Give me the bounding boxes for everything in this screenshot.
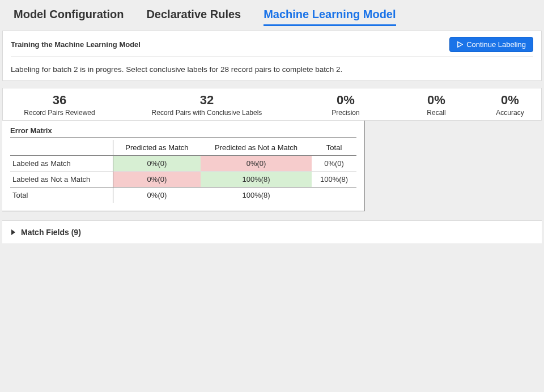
stat-0: 36Record Pairs Reviewed [3,93,116,117]
training-panel-title: Training the Machine Learning Model [11,40,141,49]
tab-declarative-rules[interactable]: Declarative Rules [146,8,241,26]
match-fields-label: Match Fields (9) [21,228,81,237]
matrix-col-header: Total [312,140,356,156]
continue-labeling-button[interactable]: Continue Labeling [449,37,533,52]
matrix-row-label: Total [10,188,113,203]
matrix-cell [312,188,356,203]
stat-1: 32Record Pairs with Conclusive Labels [116,93,298,117]
matrix-cell: 100%(8) [201,188,312,203]
error-matrix-title: Error Matrix [10,126,356,138]
matrix-col-header [10,140,113,156]
tabs: Model Configuration Declarative Rules Ma… [0,0,544,26]
training-panel: Training the Machine Learning Model Cont… [2,31,542,81]
matrix-row-label: Labeled as Match [10,156,113,172]
matrix-cell: 100%(8) [312,172,356,188]
stat-label: Record Pairs Reviewed [3,109,116,117]
stat-label: Record Pairs with Conclusive Labels [116,109,298,117]
matrix-row: Labeled as Match0%(0)0%(0)0%(0) [10,156,356,172]
continue-labeling-label: Continue Labeling [466,40,526,49]
matrix-row: Labeled as Not a Match0%(0)100%(8)100%(8… [10,172,356,188]
matrix-cell: 0%(0) [113,188,201,203]
tab-model-config[interactable]: Model Configuration [14,8,124,26]
stat-2: 0%Precision [298,93,394,117]
stat-label: Recall [394,109,479,117]
stat-value: 0% [298,93,394,108]
stat-3: 0%Recall [394,93,479,117]
caret-right-icon [11,229,15,235]
matrix-row: Total0%(0)100%(8) [10,188,356,203]
matrix-cell: 0%(0) [113,156,201,172]
play-icon [457,41,463,48]
error-matrix-panel: Error Matrix Predicted as MatchPredicted… [2,121,365,211]
matrix-cell: 100%(8) [201,172,312,188]
stat-label: Precision [298,109,394,117]
matrix-row-label: Labeled as Not a Match [10,172,113,188]
stat-value: 32 [116,93,298,108]
matrix-cell: 0%(0) [113,172,201,188]
stat-4: 0%Accuracy [479,93,541,117]
error-matrix-table: Predicted as MatchPredicted as Not a Mat… [10,140,356,203]
matrix-col-header: Predicted as Not a Match [201,140,312,156]
stat-label: Accuracy [479,109,541,117]
stat-value: 36 [3,93,116,108]
match-fields-accordion[interactable]: Match Fields (9) [2,220,542,244]
matrix-cell: 0%(0) [201,156,312,172]
stats-strip: 36Record Pairs Reviewed32Record Pairs wi… [2,88,542,121]
matrix-col-header: Predicted as Match [113,140,201,156]
svg-marker-0 [458,42,462,47]
matrix-cell: 0%(0) [312,156,356,172]
training-panel-body: Labeling for batch 2 is in progres. Sele… [3,57,541,80]
tab-ml-model[interactable]: Machine Learning Model [264,8,396,26]
stat-value: 0% [394,93,479,108]
stat-value: 0% [479,93,541,108]
